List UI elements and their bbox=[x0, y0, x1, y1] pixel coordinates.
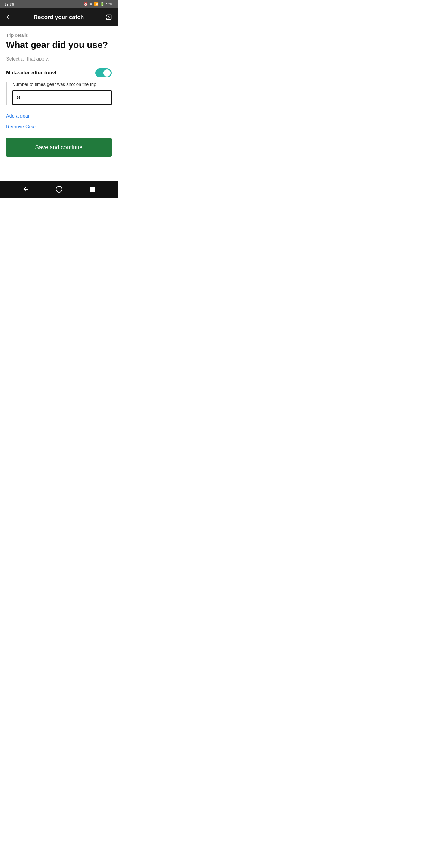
logout-icon bbox=[105, 14, 112, 21]
nav-recent-button[interactable] bbox=[89, 186, 95, 192]
gear-name: Mid-water otter trawl bbox=[6, 70, 56, 76]
nav-back-icon bbox=[22, 186, 29, 193]
battery-percent: 52% bbox=[106, 2, 113, 6]
signal-icon: 📶 bbox=[94, 2, 98, 6]
gear-toggle[interactable] bbox=[95, 68, 112, 78]
battery-icon: 🔋 bbox=[100, 2, 104, 6]
toggle-slider bbox=[95, 68, 112, 78]
save-continue-button[interactable]: Save and continue bbox=[6, 138, 112, 157]
nav-home-icon bbox=[56, 186, 63, 193]
nav-title: Record your catch bbox=[34, 14, 84, 21]
status-icons: ⏰ ⊖ 📶 🔋 52% bbox=[84, 2, 113, 6]
back-button[interactable] bbox=[5, 14, 12, 21]
section-label: Trip details bbox=[6, 33, 112, 38]
nav-home-button[interactable] bbox=[56, 186, 63, 193]
logout-button[interactable] bbox=[105, 14, 112, 21]
gear-details-section: Number of times gear was shot on the tri… bbox=[6, 82, 112, 105]
remove-gear-link[interactable]: Remove Gear bbox=[6, 124, 112, 130]
gear-item-row: Mid-water otter trawl bbox=[6, 68, 112, 78]
nav-back-button[interactable] bbox=[22, 186, 29, 193]
action-links: Add a gear Remove Gear bbox=[6, 113, 112, 130]
add-gear-link[interactable]: Add a gear bbox=[6, 113, 112, 119]
nav-recent-icon bbox=[89, 186, 95, 192]
status-time: 13:36 bbox=[4, 2, 14, 7]
status-bar: 13:36 ⏰ ⊖ 📶 🔋 52% bbox=[0, 0, 118, 8]
page-heading: What gear did you use? bbox=[6, 39, 112, 50]
nav-bar: Record your catch bbox=[0, 8, 118, 26]
minus-circle-icon: ⊖ bbox=[90, 2, 93, 6]
back-icon bbox=[5, 14, 12, 21]
svg-rect-1 bbox=[90, 187, 95, 192]
svg-point-0 bbox=[56, 186, 62, 192]
instruction-text: Select all that apply. bbox=[6, 56, 112, 62]
gear-shot-label: Number of times gear was shot on the tri… bbox=[12, 82, 112, 87]
gear-shot-input[interactable] bbox=[12, 90, 112, 105]
main-content: Trip details What gear did you use? Sele… bbox=[0, 26, 118, 163]
bottom-nav bbox=[0, 181, 118, 198]
alarm-icon: ⏰ bbox=[84, 2, 88, 6]
